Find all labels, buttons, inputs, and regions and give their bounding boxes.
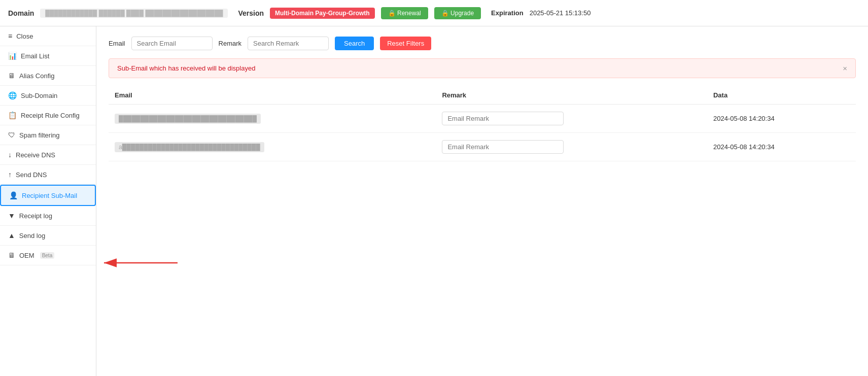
table-header-email: Email xyxy=(109,86,436,105)
remark-input-2[interactable] xyxy=(442,140,564,154)
version-badge: Multi-Domain Pay-Group-Growth xyxy=(270,8,375,19)
sidebar-item-label: Send DNS xyxy=(16,171,47,179)
chevron-down-icon: ▼ xyxy=(8,212,15,220)
search-button[interactable]: Search xyxy=(335,37,374,50)
sidebar-item-label: Recipient Sub-Mail xyxy=(22,192,77,199)
data-cell-2: 2024-05-08 14:20:34 xyxy=(713,143,775,151)
sidebar-item-label: OEM xyxy=(19,252,34,259)
alias-icon: 🖥 xyxy=(8,72,15,80)
sidebar-item-label: Send log xyxy=(19,232,45,240)
up-arrow-icon: ↑ xyxy=(8,170,12,179)
notice-banner: Sub-Email which has received will be dis… xyxy=(109,58,856,78)
data-table: Email Remark Data ██████████████████████… xyxy=(109,86,856,161)
sidebar-item-label: Receive DNS xyxy=(16,151,55,159)
sidebar-item-sub-domain[interactable]: 🌐 Sub-Domain xyxy=(0,86,96,106)
sidebar-item-send-log[interactable]: ▲ Send log xyxy=(0,226,96,246)
domain-value: ████████████ ██████ ████ ███████████████… xyxy=(40,9,228,18)
shield-icon: 🛡 xyxy=(8,131,15,139)
sidebar-item-email-list[interactable]: 📊 Email List xyxy=(0,46,96,66)
sidebar-item-label: Sub-Domain xyxy=(21,92,57,99)
expiration-label: Expiration xyxy=(491,9,524,17)
user-icon: 👤 xyxy=(9,191,18,199)
sidebar-item-send-dns[interactable]: ↑ Send DNS xyxy=(0,165,96,185)
content-area: Email Remark Search Reset Filters Sub-Em… xyxy=(96,26,868,376)
sidebar-item-recipient-sub-mail[interactable]: 👤 Recipient Sub-Mail xyxy=(0,185,96,206)
email-search-input[interactable] xyxy=(131,37,213,50)
sidebar-item-receipt-rule-config[interactable]: 📋 Receipt Rule Config xyxy=(0,106,96,125)
sidebar-item-receive-dns[interactable]: ↓ Receive DNS xyxy=(0,145,96,165)
table-row: a████████████████████████████████ 2024-0… xyxy=(109,133,856,161)
filter-bar: Email Remark Search Reset Filters xyxy=(109,37,856,50)
renewal-button[interactable]: 🔒 Renewal xyxy=(381,7,428,19)
sidebar-item-oem[interactable]: 🖥 OEM Beta xyxy=(0,246,96,265)
notice-text: Sub-Email which has received will be dis… xyxy=(117,64,255,72)
sidebar: ≡ Close 📊 Email List 🖥 Alias Config 🌐 Su… xyxy=(0,26,96,376)
sidebar-item-label: Spam filtering xyxy=(19,131,59,139)
main-layout: ≡ Close 📊 Email List 🖥 Alias Config 🌐 Su… xyxy=(0,26,868,376)
sidebar-item-alias-config[interactable]: 🖥 Alias Config xyxy=(0,66,96,86)
sidebar-item-receipt-log[interactable]: ▼ Receipt log xyxy=(0,206,96,226)
sidebar-item-label: Receipt Rule Config xyxy=(21,112,80,119)
table-row: ████████████████████████████████ 2024-05… xyxy=(109,105,856,133)
version-label: Version xyxy=(238,9,264,17)
table-header-data: Data xyxy=(707,86,856,105)
chevron-up-icon: ▲ xyxy=(8,231,15,240)
email-cell-1: ████████████████████████████████ xyxy=(115,114,261,124)
top-bar: Domain ████████████ ██████ ████ ████████… xyxy=(0,0,868,26)
oem-icon: 🖥 xyxy=(8,251,15,259)
remark-filter-label: Remark xyxy=(219,40,242,47)
notice-close-button[interactable]: × xyxy=(843,64,847,73)
remark-search-input[interactable] xyxy=(248,37,329,50)
chart-icon: 📊 xyxy=(8,52,17,60)
table-header-remark: Remark xyxy=(436,86,707,105)
sidebar-item-label: Alias Config xyxy=(19,72,54,80)
sidebar-item-label: Close xyxy=(16,32,33,40)
beta-badge: Beta xyxy=(40,252,55,259)
reset-filters-button[interactable]: Reset Filters xyxy=(380,37,431,50)
email-cell-2: a████████████████████████████████ xyxy=(115,142,264,152)
data-cell-1: 2024-05-08 14:20:34 xyxy=(713,115,775,122)
close-icon: ≡ xyxy=(8,32,12,40)
down-arrow-icon: ↓ xyxy=(8,151,12,159)
domain-label: Domain xyxy=(8,9,34,17)
remark-input-1[interactable] xyxy=(442,112,564,125)
sidebar-item-label: Receipt log xyxy=(19,212,52,220)
sidebar-item-close[interactable]: ≡ Close xyxy=(0,26,96,46)
sidebar-item-spam-filtering[interactable]: 🛡 Spam filtering xyxy=(0,125,96,145)
email-filter-label: Email xyxy=(109,40,125,47)
receipt-icon: 📋 xyxy=(8,111,17,119)
upgrade-button[interactable]: 🔒 Upgrade xyxy=(434,7,481,19)
globe-icon: 🌐 xyxy=(8,91,17,99)
expiration-value: 2025-05-21 15:13:50 xyxy=(530,9,591,17)
sidebar-item-label: Email List xyxy=(21,52,49,60)
